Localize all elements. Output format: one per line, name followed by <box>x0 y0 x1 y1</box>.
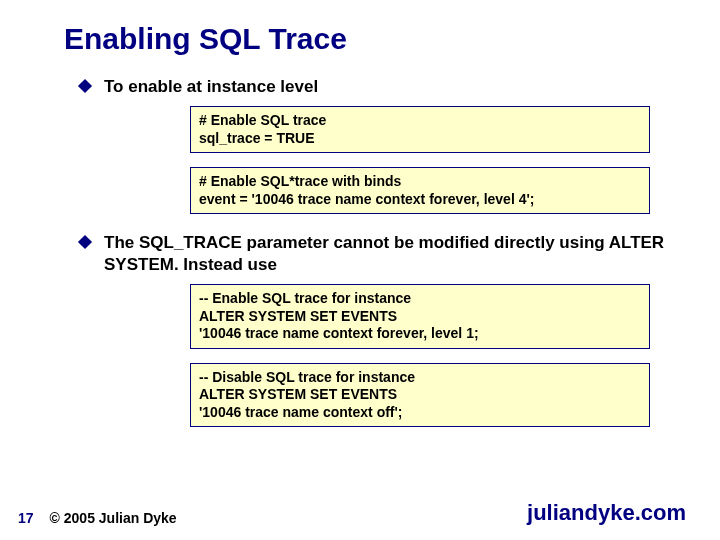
code-box-3: -- Enable SQL trace for instance ALTER S… <box>190 284 650 349</box>
slide: Enabling SQL Trace To enable at instance… <box>0 0 720 540</box>
diamond-icon <box>78 79 92 93</box>
diamond-icon <box>78 235 92 249</box>
footer-left: 17 © 2005 Julian Dyke <box>18 510 177 526</box>
slide-title: Enabling SQL Trace <box>64 22 347 56</box>
bullet-1: To enable at instance level <box>80 76 680 98</box>
bullet-2: The SQL_TRACE parameter cannot be modifi… <box>80 232 680 276</box>
page-number: 17 <box>18 510 34 526</box>
content-area: To enable at instance level # Enable SQL… <box>80 76 680 441</box>
copyright-text: © 2005 Julian Dyke <box>50 510 177 526</box>
bullet-2-text: The SQL_TRACE parameter cannot be modifi… <box>104 232 680 276</box>
code-box-1: # Enable SQL trace sql_trace = TRUE <box>190 106 650 153</box>
site-name: juliandyke.com <box>527 500 686 526</box>
footer: 17 © 2005 Julian Dyke juliandyke.com <box>0 500 720 526</box>
code-box-2: # Enable SQL*trace with binds event = '1… <box>190 167 650 214</box>
code-box-4: -- Disable SQL trace for instance ALTER … <box>190 363 650 428</box>
bullet-1-text: To enable at instance level <box>104 76 318 98</box>
